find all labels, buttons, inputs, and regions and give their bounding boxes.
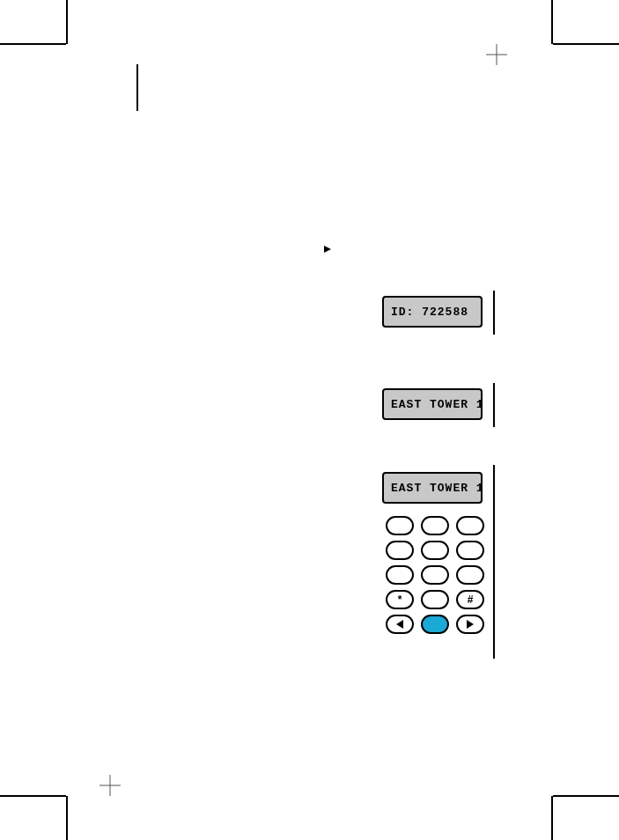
- registration-mark: [486, 44, 507, 65]
- crop-mark: [0, 43, 66, 45]
- registration-mark: [99, 775, 121, 796]
- arrow-left-icon: [396, 620, 403, 629]
- crop-mark: [0, 795, 66, 797]
- play-marker-icon: [324, 246, 331, 253]
- crop-mark: [553, 795, 619, 797]
- key-right-arrow[interactable]: [456, 615, 484, 634]
- keypad-row-3: [384, 565, 486, 585]
- keypad: * #: [382, 516, 488, 634]
- key-1[interactable]: [386, 516, 414, 535]
- lcd-screen-text: EAST TOWER 1: [382, 388, 483, 420]
- key-hash[interactable]: #: [456, 590, 484, 609]
- key-4[interactable]: [386, 541, 414, 560]
- arrow-right-icon: [467, 620, 474, 629]
- crop-mark: [551, 0, 553, 44]
- lcd-display-1: ID: 722588: [377, 291, 495, 335]
- keypad-nav-row: [384, 615, 486, 634]
- key-star[interactable]: *: [386, 590, 414, 609]
- crop-mark: [551, 796, 553, 840]
- crop-mark: [553, 43, 619, 45]
- keypad-row-2: [384, 541, 486, 560]
- lcd-display-2: EAST TOWER 1: [377, 383, 495, 427]
- lcd-screen-text: ID: 722588: [382, 296, 483, 328]
- keypad-row-4: * #: [384, 590, 486, 609]
- key-7[interactable]: [386, 565, 414, 585]
- keypad-row-1: [384, 516, 486, 535]
- key-5[interactable]: [421, 541, 449, 560]
- inner-mark: [136, 64, 138, 111]
- key-center-blue[interactable]: [421, 615, 449, 634]
- key-0[interactable]: [421, 590, 449, 609]
- lcd-screen-text: EAST TOWER 1: [382, 472, 483, 504]
- key-8[interactable]: [421, 565, 449, 585]
- key-6[interactable]: [456, 541, 484, 560]
- key-2[interactable]: [421, 516, 449, 535]
- key-3[interactable]: [456, 516, 484, 535]
- key-left-arrow[interactable]: [386, 615, 414, 634]
- key-9[interactable]: [456, 565, 484, 585]
- device-with-keypad: EAST TOWER 1 * #: [377, 465, 495, 659]
- crop-mark: [66, 0, 68, 44]
- crop-mark: [66, 796, 68, 840]
